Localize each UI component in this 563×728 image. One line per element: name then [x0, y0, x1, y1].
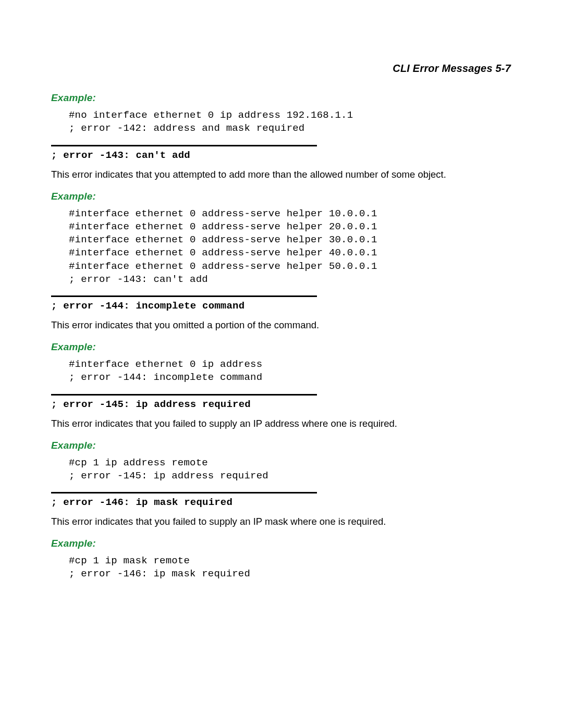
page-header: CLI Error Messages 5-7 [51, 63, 511, 75]
error-heading-146: ; error -146: ip mask required [51, 497, 511, 508]
divider [51, 492, 317, 493]
error-description: This error indicates that you failed to … [51, 417, 511, 430]
code-block: #interface ethernet 0 ip address ; error… [69, 358, 511, 385]
code-block: #cp 1 ip address remote ; error -145: ip… [69, 456, 511, 483]
example-label: Example: [51, 440, 511, 451]
example-label: Example: [51, 191, 511, 202]
divider [51, 145, 317, 146]
code-block: #no interface ethernet 0 ip address 192.… [69, 109, 511, 135]
example-label: Example: [51, 538, 511, 549]
error-heading-144: ; error -144: incomplete command [51, 300, 511, 312]
divider [51, 295, 317, 297]
page-content: CLI Error Messages 5-7 Example: #no inte… [0, 0, 563, 728]
error-description: This error indicates that you omitted a … [51, 319, 511, 332]
divider [51, 394, 317, 396]
error-heading-143: ; error -143: can't add [51, 150, 511, 161]
error-description: This error indicates that you failed to … [51, 515, 511, 528]
error-description: This error indicates that you attempted … [51, 168, 511, 181]
example-label: Example: [51, 341, 511, 353]
code-block: #cp 1 ip mask remote ; error -146: ip ma… [69, 554, 511, 581]
example-label: Example: [51, 92, 511, 104]
error-heading-145: ; error -145: ip address required [51, 399, 511, 410]
code-block: #interface ethernet 0 address-serve help… [69, 207, 511, 287]
